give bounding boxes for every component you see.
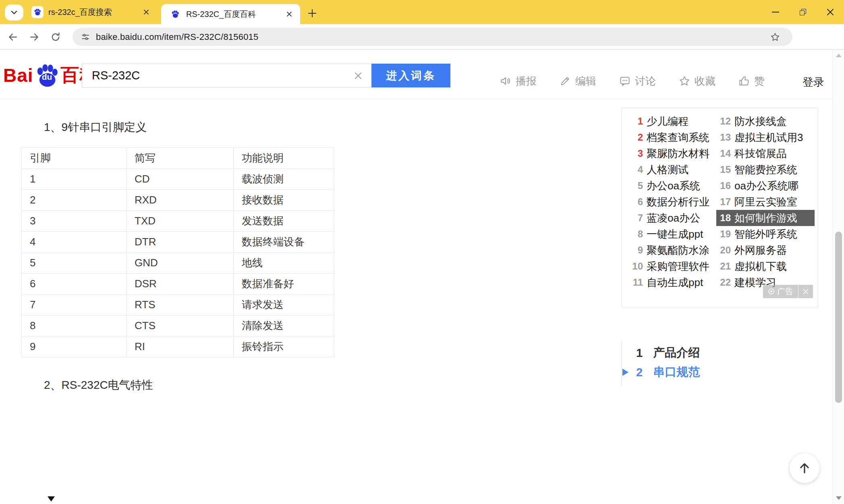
catalog-number: 1 (636, 346, 643, 360)
ad-list-item[interactable]: 6 数据分析行业 (628, 194, 716, 210)
ad-list-item[interactable]: 14 科技馆展品 (716, 145, 815, 162)
ad-label: 档案查询系统 (647, 131, 709, 145)
tab-baike-active[interactable]: RS-232C_百度百科 (161, 4, 300, 24)
ad-list-item[interactable]: 18 如何制作游戏 (716, 210, 815, 226)
enter-entry-button[interactable]: 进入词条 (371, 64, 450, 87)
cell-pin: 5 (22, 253, 126, 274)
tab-title: RS-232C_百度百科 (186, 9, 278, 20)
arrow-up-icon (798, 461, 811, 475)
address-bar[interactable]: baike.baidu.com/item/RS-232C/8156015 (73, 28, 792, 46)
back-to-top-button[interactable] (790, 453, 819, 483)
ad-list-item[interactable]: 9 聚氨酯防水涂 (628, 242, 716, 258)
reload-button[interactable] (48, 30, 63, 44)
ad-eye-icon (768, 288, 775, 295)
broadcast-button[interactable]: 播报 (500, 74, 537, 88)
ad-label: 自动生成ppt (647, 276, 703, 290)
page-scrollbar[interactable] (832, 50, 844, 504)
ad-label: 智能外呼系统 (734, 227, 797, 241)
login-link[interactable]: 登录 (803, 75, 824, 89)
ad-list-item[interactable]: 12 防水接线盒 (716, 113, 815, 129)
ad-info-button[interactable]: 广告 (763, 286, 798, 297)
cell-pin: 9 (22, 336, 126, 357)
back-arrow-icon (8, 32, 18, 42)
forward-button[interactable] (27, 30, 41, 44)
bookmark-star-button[interactable] (769, 31, 781, 43)
close-button[interactable] (817, 0, 844, 24)
like-button[interactable]: 赞 (738, 74, 765, 88)
ad-list-item[interactable]: 17 阿里云实验室 (716, 194, 815, 210)
arrow-right-icon (622, 369, 628, 376)
table-header-row: 引脚 简写 功能说明 (22, 148, 334, 169)
site-settings-icon[interactable] (81, 32, 90, 42)
ad-rank: 11 (630, 277, 643, 288)
ad-list-item[interactable]: 20 外网服务器 (716, 242, 815, 258)
ad-list-item[interactable]: 10 采购管理软件 (628, 258, 716, 274)
tab-title: rs-232c_百度搜索 (48, 7, 135, 18)
chevron-down-icon (11, 10, 17, 15)
ad-rank: 17 (718, 196, 731, 207)
tab-baidu-search[interactable]: rs-232c_百度搜索 (25, 0, 157, 24)
ad-list-item[interactable]: 5 办公oa系统 (628, 178, 716, 194)
ad-label: 科技馆展品 (734, 147, 787, 161)
cell-abbr: CD (126, 169, 234, 190)
baike-search-input[interactable] (82, 64, 371, 87)
ad-list-item[interactable]: 1 少儿编程 (628, 113, 716, 129)
ad-rank: 19 (718, 228, 731, 240)
minimize-button[interactable] (762, 0, 789, 24)
ad-list-item[interactable]: 19 智能外呼系统 (716, 226, 815, 242)
cell-abbr: RXD (126, 190, 234, 211)
catalog-item[interactable]: 1 产品介绍 (622, 343, 775, 363)
ad-rank: 5 (630, 180, 643, 191)
tab-close-icon[interactable] (141, 7, 151, 17)
cell-abbr: RTS (126, 295, 234, 315)
ad-list-item[interactable]: 21 虚拟机下载 (716, 258, 815, 274)
clear-search-button[interactable] (351, 69, 365, 83)
discuss-button[interactable]: 讨论 (619, 74, 656, 88)
discuss-label: 讨论 (635, 74, 656, 88)
ad-rank: 3 (630, 148, 643, 159)
ad-list-item[interactable]: 13 虚拟主机试用3 (716, 129, 815, 145)
ad-list-item[interactable]: 3 聚脲防水材料 (628, 145, 716, 162)
table-row: 5 GND 地线 (22, 253, 334, 274)
cell-function: 接收数据 (234, 190, 334, 211)
minimize-icon (772, 12, 779, 12)
cell-abbr: CTS (126, 315, 234, 336)
tab-close-icon[interactable] (284, 9, 294, 19)
pin-definition-table: 引脚 简写 功能说明 1 CD 载波侦测 2 RXD 接收数据 3 (21, 147, 334, 357)
ad-rank: 7 (630, 212, 643, 224)
catalog-item[interactable]: 2 串口规范 (622, 363, 775, 382)
logo-text-du: du (42, 72, 52, 82)
favorite-button[interactable]: 收藏 (678, 74, 715, 88)
table-row: 4 DTR 数据终端设备 (22, 232, 334, 253)
cell-pin: 3 (22, 211, 126, 232)
edit-button[interactable]: 编辑 (559, 74, 596, 88)
ad-list-item[interactable]: 15 智能费控系统 (716, 162, 815, 178)
ad-rank: 14 (718, 148, 731, 159)
cell-function: 地线 (234, 253, 334, 274)
reload-icon (50, 32, 61, 42)
ad-list-item[interactable]: 7 蓝凌oa办公 (628, 210, 716, 226)
ad-rank: 1 (630, 116, 643, 127)
table-row: 8 CTS 清除发送 (22, 315, 334, 336)
catalog-list: 1 产品介绍 2 串口规范 (622, 343, 775, 382)
ad-list-item[interactable]: 2 档案查询系统 (628, 129, 716, 145)
ad-rank: 12 (718, 116, 731, 127)
ad-rank: 8 (630, 228, 643, 240)
table-row: 2 RXD 接收数据 (22, 190, 334, 211)
restore-button[interactable] (789, 0, 817, 24)
ad-list-item[interactable]: 8 一键生成ppt (628, 226, 716, 242)
cell-function: 清除发送 (234, 315, 334, 336)
new-tab-button[interactable] (305, 6, 319, 20)
ad-label: 防水接线盒 (734, 114, 787, 129)
ad-list-item[interactable]: 16 oa办公系统哪 (716, 178, 815, 194)
ad-list-item[interactable]: 11 自动生成ppt (628, 274, 716, 290)
restore-icon (800, 9, 806, 15)
ad-list-item[interactable]: 4 人格测试 (628, 162, 716, 178)
scrollbar-thumb[interactable] (835, 232, 842, 403)
scroll-up-arrow-icon[interactable] (836, 54, 842, 57)
ad-label: 智能费控系统 (734, 163, 797, 177)
ad-close-button[interactable] (798, 285, 813, 298)
back-button[interactable] (6, 30, 20, 44)
tab-search-chevron-button[interactable] (5, 4, 23, 21)
scroll-down-arrow-icon[interactable] (836, 496, 842, 500)
